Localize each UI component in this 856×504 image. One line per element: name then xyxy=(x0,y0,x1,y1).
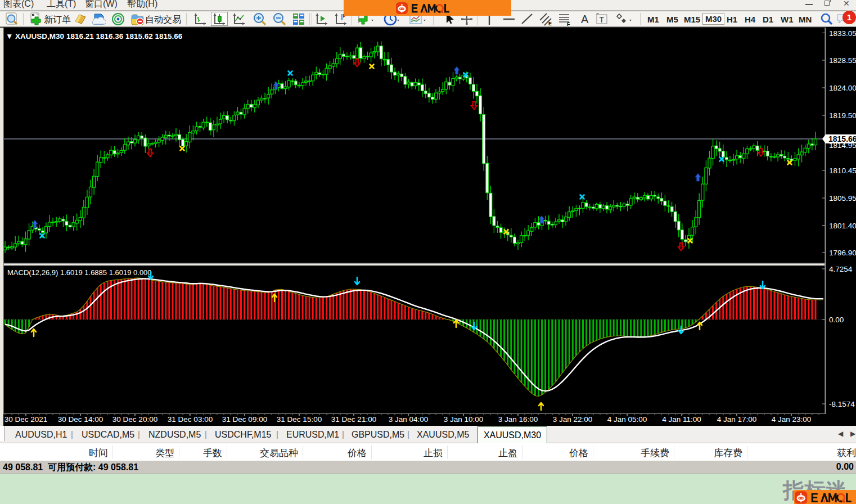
svg-text:31 Dec 15:00: 31 Dec 15:00 xyxy=(277,415,322,424)
svg-text:30 Dec 20:00: 30 Dec 20:00 xyxy=(112,415,157,424)
svg-text:3 Jan 04:00: 3 Jan 04:00 xyxy=(389,415,429,424)
svg-text:1815.66: 1815.66 xyxy=(828,134,856,143)
svg-text:1801.40: 1801.40 xyxy=(829,222,856,230)
svg-text:1828.55: 1828.55 xyxy=(829,56,856,65)
svg-text:T: T xyxy=(600,15,605,24)
svg-text:30 Dec 2021: 30 Dec 2021 xyxy=(4,415,48,424)
svg-text:E: E xyxy=(548,21,552,26)
svg-text:4 Jan 23:00: 4 Jan 23:00 xyxy=(772,415,812,424)
svg-text:1810.45: 1810.45 xyxy=(829,166,856,175)
svg-text:A: A xyxy=(581,13,589,25)
svg-text:31 Dec 03:00: 31 Dec 03:00 xyxy=(168,415,213,424)
svg-text:4 Jan 17:00: 4 Jan 17:00 xyxy=(717,415,757,424)
svg-text:1819.50: 1819.50 xyxy=(829,111,856,120)
svg-text:0.00: 0.00 xyxy=(829,316,844,324)
svg-text:MACD(12,26,9) 1.6019 1.6885 1.: MACD(12,26,9) 1.6019 1.6885 1.6019 0.000 xyxy=(7,268,152,277)
svg-text:31 Dec 21:00: 31 Dec 21:00 xyxy=(331,415,376,424)
svg-text:1824.00: 1824.00 xyxy=(829,84,856,92)
svg-text:3 Jan 16:00: 3 Jan 16:00 xyxy=(498,415,538,424)
svg-text:1805.95: 1805.95 xyxy=(829,194,856,202)
svg-text:F: F xyxy=(567,21,570,26)
svg-text:30 Dec 14:00: 30 Dec 14:00 xyxy=(58,415,103,424)
svg-text:1833.05: 1833.05 xyxy=(829,29,856,38)
svg-text:4.7254: 4.7254 xyxy=(829,265,853,273)
svg-text:3 Jan 10:00: 3 Jan 10:00 xyxy=(444,415,484,424)
svg-text:3 Jan 22:00: 3 Jan 22:00 xyxy=(553,415,593,424)
svg-text:4 Jan 05:00: 4 Jan 05:00 xyxy=(607,415,647,424)
svg-text:1796.90: 1796.90 xyxy=(829,249,856,257)
svg-text:31 Dec 09:00: 31 Dec 09:00 xyxy=(222,415,267,424)
svg-text:4 Jan 11:00: 4 Jan 11:00 xyxy=(662,415,701,424)
svg-text:▼ XAUUSD,M30 1816.21 1816.36: ▼ XAUUSD,M30 1816.21 1816.36 1815.62 181… xyxy=(6,32,183,40)
svg-text:-8.1574: -8.1574 xyxy=(829,400,855,408)
